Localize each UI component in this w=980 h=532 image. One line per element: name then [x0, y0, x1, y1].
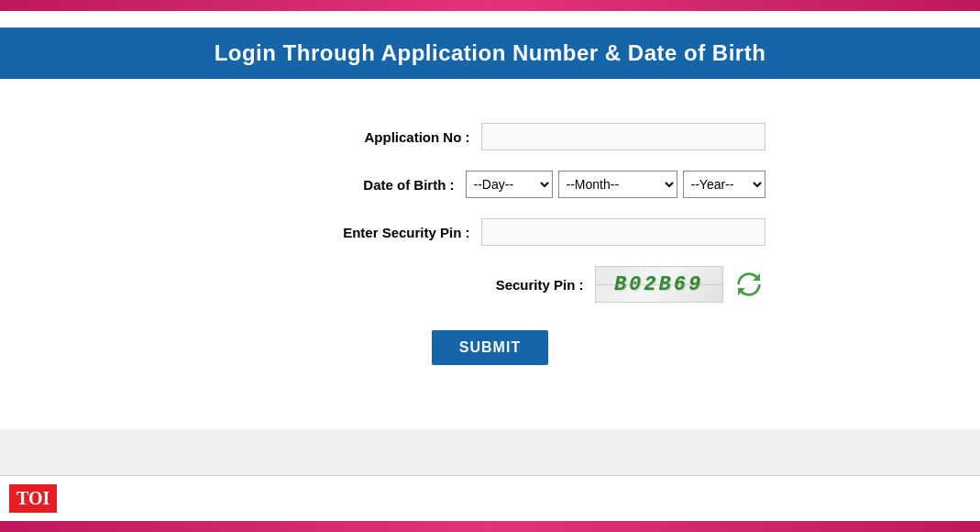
- captcha-display: B02B69: [595, 266, 765, 303]
- content-spacer: [0, 393, 980, 429]
- captcha-text: B02B69: [614, 273, 703, 296]
- captcha-row: Security Pin : B02B69: [215, 266, 765, 303]
- below-header-gap: [0, 79, 980, 95]
- form-container: Application No : Date of Birth : --Day--…: [215, 123, 765, 365]
- main-content: Application No : Date of Birth : --Day--…: [0, 95, 980, 393]
- top-decorative-bar: [0, 0, 980, 11]
- security-pin-input-row: Enter Security Pin :: [215, 218, 765, 246]
- dob-month-select[interactable]: --Month-- JanuaryFebruaryMarch AprilMayJ…: [558, 171, 677, 198]
- application-no-row: Application No :: [215, 123, 765, 150]
- security-pin-input[interactable]: [481, 218, 765, 246]
- dob-year-select[interactable]: --Year-- 2005200420032002 20012000199919…: [683, 171, 765, 198]
- top-white-gap: [0, 11, 980, 28]
- bottom-pink-bar: [0, 521, 980, 532]
- refresh-captcha-button[interactable]: [732, 268, 765, 301]
- header-bar: Login Through Application Number & Date …: [0, 28, 980, 79]
- page-title: Login Through Application Number & Date …: [18, 40, 962, 66]
- dob-row: Date of Birth : --Day-- 12345 678910 111…: [215, 171, 765, 198]
- dob-label: Date of Birth :: [290, 177, 455, 193]
- security-pin-label: Enter Security Pin :: [305, 225, 470, 240]
- submit-row: SUBMIT: [215, 330, 765, 365]
- application-no-label: Application No :: [305, 129, 470, 145]
- toi-bar: TOI: [0, 475, 980, 521]
- toi-logo: TOI: [9, 484, 57, 513]
- dob-day-select[interactable]: --Day-- 12345 678910 1112131415 16171819…: [466, 171, 553, 198]
- captcha-label: Security Pin :: [419, 277, 584, 293]
- captcha-image: B02B69: [595, 266, 723, 303]
- application-no-input[interactable]: [481, 123, 765, 150]
- bottom-bar: TOI: [0, 475, 980, 532]
- dob-selects: --Day-- 12345 678910 1112131415 16171819…: [466, 171, 765, 198]
- submit-button[interactable]: SUBMIT: [432, 330, 548, 365]
